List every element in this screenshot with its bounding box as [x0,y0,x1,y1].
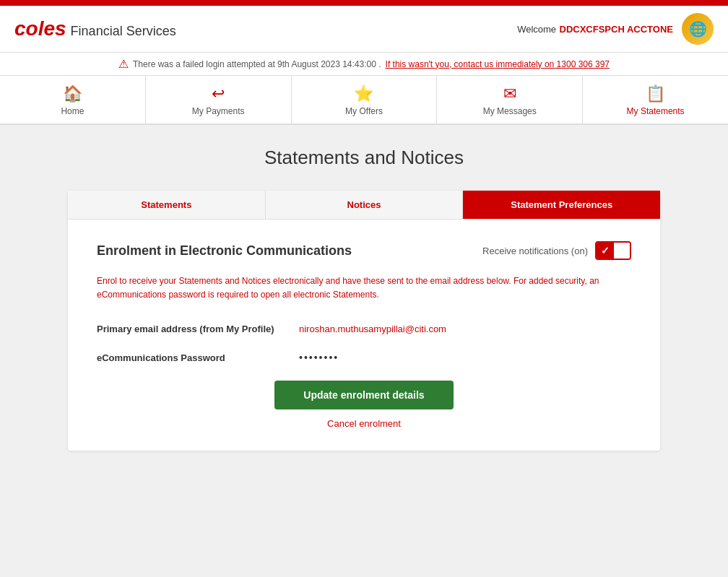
email-row: Primary email address (from My Profile) … [97,324,631,334]
payments-icon: ↩ [212,84,225,103]
nav-offers[interactable]: ⭐ My Offers [292,76,438,123]
cancel-enrolment-link[interactable]: Cancel enrolment [327,418,401,429]
page-title: Statements and Notices [14,147,714,169]
card-body: Enrolment in Electronic Communications R… [68,241,660,429]
home-icon: 🏠 [63,84,82,103]
welcome-username: DDCXCFSPCH ACCTONE [560,24,673,35]
header-right: Welcome DDCXCFSPCH ACCTONE 🌐 [517,13,714,45]
top-red-bar [0,0,728,6]
alert-icon: ⚠ [118,57,129,71]
enrolment-header: Enrolment in Electronic Communications R… [97,241,631,260]
main-content: Statements and Notices Statements Notice… [0,125,728,472]
logo-coles: coles [14,17,66,40]
nav-messages[interactable]: ✉ My Messages [437,76,583,123]
password-value: •••••••• [299,352,339,363]
password-label: eCommunications Password [97,352,299,363]
toggle-unchecked-side [614,243,630,259]
welcome-prefix: Welcome [517,24,556,35]
welcome-message: Welcome DDCXCFSPCH ACCTONE [517,22,673,35]
tab-notices[interactable]: Notices [266,191,464,219]
email-label: Primary email address (from My Profile) [97,324,299,334]
alert-bar: ⚠ There was a failed login attempted at … [0,53,728,76]
enrolment-title: Enrolment in Electronic Communications [97,243,352,259]
password-row: eCommunications Password •••••••• [97,352,631,363]
tabs: Statements Notices Statement Preferences [68,191,660,220]
notification-label: Receive notifications (on) [482,246,588,256]
toggle-checked-side: ✓ [597,243,614,259]
nav-messages-label: My Messages [483,106,537,116]
email-value: niroshan.muthusamypillai@citi.com [299,324,446,334]
statements-icon: 📋 [646,84,665,103]
nav-home-label: Home [61,106,84,116]
alert-link[interactable]: If this wasn't you, contact us immediate… [386,59,610,69]
notification-control: Receive notifications (on) ✓ [482,241,631,260]
logo-fs: Financial Services [71,24,176,39]
nav-statements-label: My Statements [627,106,685,116]
messages-icon: ✉ [503,84,516,103]
toggle-switch[interactable]: ✓ [595,241,631,260]
update-enrolment-button[interactable]: Update enrolment details [274,381,453,409]
nav-statements[interactable]: 📋 My Statements [583,76,728,123]
header: coles Financial Services Welcome DDCXCFS… [0,6,728,53]
offers-icon: ⭐ [354,84,373,103]
avatar: 🌐 [682,13,714,45]
nav-home[interactable]: 🏠 Home [0,76,146,123]
nav-payments-label: My Payments [192,106,245,116]
logo: coles Financial Services [14,17,176,40]
button-area: Update enrolment details Cancel enrolmen… [97,381,631,429]
enrolment-description: Enrol to receive your Statements and Not… [97,274,631,302]
tab-statements[interactable]: Statements [68,191,266,219]
nav-offers-label: My Offers [345,106,383,116]
nav-payments[interactable]: ↩ My Payments [146,76,292,123]
tab-statement-preferences[interactable]: Statement Preferences [463,191,660,219]
card: Statements Notices Statement Preferences… [68,191,660,451]
alert-text: There was a failed login attempted at 9t… [133,59,381,69]
navigation: 🏠 Home ↩ My Payments ⭐ My Offers ✉ My Me… [0,76,728,125]
